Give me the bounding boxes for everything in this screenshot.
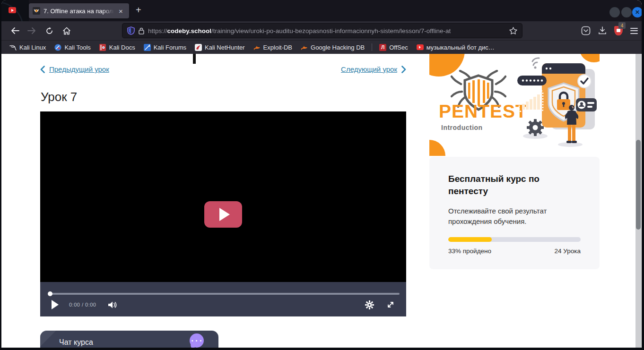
bookmark-offsec[interactable]: Л OffSec	[376, 43, 411, 52]
tab-close-icon[interactable]: ×	[119, 8, 123, 15]
scrolled-heading-remnant	[193, 54, 196, 64]
orange-circle-decoration	[429, 140, 445, 156]
chevron-left-icon	[40, 66, 45, 73]
codeby-owl-icon	[33, 7, 40, 15]
browser-window: 7. Offline атака на пароли × + ✕	[1, 0, 642, 348]
lesson-navigation: Предыдущий урок Следующий урок	[40, 65, 406, 73]
chat-bubble-icon[interactable]: • • •	[190, 333, 205, 348]
security-illustration	[514, 55, 600, 149]
chevron-right-icon	[401, 66, 406, 73]
bookmarks-separator	[372, 43, 372, 51]
navigation-toolbar: https://codeby.school/training/view/urok…	[1, 21, 642, 40]
settings-gear-icon[interactable]	[365, 300, 374, 309]
tab-title: 7. Offline атака на пароли	[44, 8, 115, 15]
volume-icon[interactable]	[108, 301, 117, 309]
course-banner[interactable]: PENTEST Introduction	[429, 54, 600, 156]
bookmark-kali-nethunter[interactable]: Kali NetHunter	[191, 43, 248, 52]
kali-nethunter-icon	[195, 44, 202, 51]
page-title: Урок 7	[41, 90, 77, 104]
tracking-shield-icon[interactable]	[127, 26, 135, 35]
bookmark-google-hacking-db[interactable]: Google Hacking DB	[297, 43, 368, 52]
bookmark-kali-docs[interactable]: Kali Docs	[96, 43, 139, 52]
exploit-db-bird-icon	[253, 44, 261, 51]
bookmark-music-bot[interactable]: музыкальный бот дис…	[413, 43, 498, 52]
kali-forums-icon	[144, 44, 151, 51]
download-icon[interactable]	[598, 26, 607, 35]
bookmark-exploit-db[interactable]: Exploit-DB	[250, 43, 296, 52]
lock-icon	[139, 27, 144, 34]
time-display: 0:00 / 0:00	[69, 302, 96, 307]
fullscreen-icon[interactable]	[386, 300, 395, 309]
new-tab-button[interactable]: +	[136, 5, 141, 16]
bookmarks-bar: Kali Linux Kali Tools Kali Docs Kali For…	[1, 40, 642, 54]
tab-strip: 7. Offline атака на пароли × + ✕	[1, 0, 642, 21]
banner-brand: PENTEST	[439, 101, 527, 122]
kali-dragon-icon	[9, 44, 17, 51]
course-card-title: Бесплатный курс по пентесту	[448, 173, 562, 197]
forward-icon[interactable]	[25, 24, 39, 38]
window-close-button[interactable]: ✕	[632, 7, 642, 17]
pocket-icon[interactable]	[581, 26, 591, 35]
lessons-count-label: 24 Урока	[555, 248, 581, 255]
bookmark-kali-forums[interactable]: Kali Forums	[140, 43, 190, 52]
exploit-db-bird-icon	[301, 44, 308, 51]
active-tab[interactable]: 7. Offline атака на пароли ×	[29, 3, 129, 18]
chat-title: Чат курса	[59, 338, 93, 347]
home-icon[interactable]	[60, 24, 74, 38]
scrollbar-thumb[interactable]	[636, 140, 641, 230]
back-icon[interactable]	[8, 24, 22, 38]
banner-subtitle: Introduction	[441, 124, 483, 131]
bookmark-kali-linux[interactable]: Kali Linux	[6, 43, 49, 52]
url-bar[interactable]: https://codeby.school/training/view/urok…	[122, 23, 522, 38]
page-scrollbar[interactable]	[635, 54, 641, 348]
video-player: 0:00 / 0:00	[40, 111, 406, 316]
seek-handle[interactable]	[48, 291, 52, 296]
url-text: https://codeby.school/training/view/urok…	[148, 27, 505, 34]
youtube-icon	[417, 44, 424, 50]
previous-lesson-link[interactable]: Предыдущий урок	[40, 65, 109, 73]
bookmark-kali-tools[interactable]: Kali Tools	[51, 43, 94, 52]
adguard-icon[interactable]: 4	[614, 26, 623, 35]
page-content: Предыдущий урок Следующий урок Урок 7 0:…	[1, 54, 642, 348]
reload-icon[interactable]	[42, 24, 56, 38]
play-icon[interactable]	[52, 300, 59, 309]
kali-docs-icon	[99, 44, 106, 51]
seek-bar[interactable]	[50, 293, 400, 295]
adguard-badge: 4	[618, 22, 626, 29]
course-card-description: Отслеживайте свой результат прохождения …	[448, 206, 557, 227]
chat-card-fold	[40, 331, 56, 347]
window-maximize-button[interactable]	[621, 7, 632, 17]
window-minimize-button[interactable]	[609, 7, 620, 17]
video-controls-bar: 0:00 / 0:00	[40, 282, 406, 316]
course-progress-fill	[448, 237, 492, 242]
youtube-icon[interactable]	[9, 7, 16, 13]
kali-tools-icon	[54, 44, 61, 51]
course-chat-card[interactable]: Чат курса • • •	[40, 331, 218, 348]
menu-icon[interactable]	[630, 28, 638, 34]
desktop-frame: 7. Offline атака на пароли × + ✕	[0, 0, 644, 350]
progress-percent-label: 33% пройдено	[448, 248, 491, 255]
video-screen[interactable]	[40, 111, 406, 282]
course-progress-card: Бесплатный курс по пентесту Отслеживайте…	[429, 157, 600, 269]
offsec-icon: Л	[379, 44, 386, 51]
course-progress-bar	[448, 237, 581, 242]
star-icon[interactable]	[509, 27, 517, 34]
next-lesson-link[interactable]: Следующий урок	[341, 65, 406, 73]
play-button[interactable]	[204, 201, 242, 228]
